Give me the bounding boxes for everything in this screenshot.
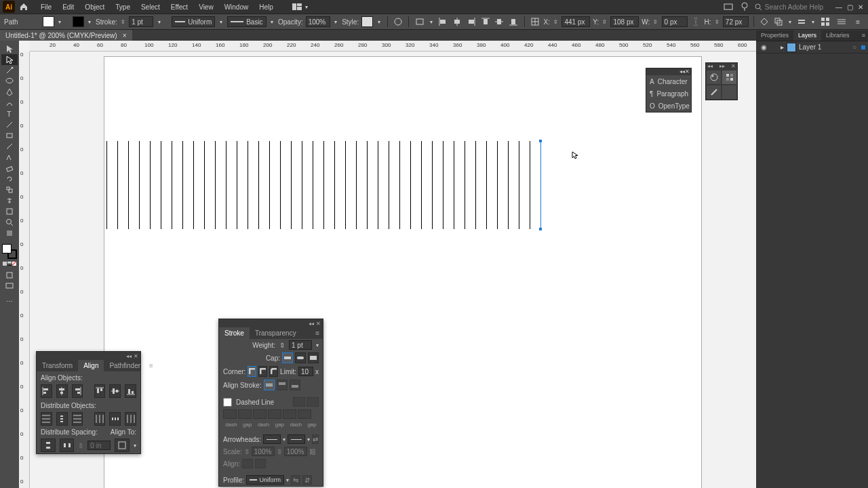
dashed-line-checkbox[interactable]: [223, 398, 232, 407]
tab-properties[interactable]: Properties: [756, 30, 793, 41]
align-menu-chevron[interactable]: ▾: [428, 17, 434, 26]
align-top-icon[interactable]: [479, 16, 491, 28]
tab-transform[interactable]: Transform: [37, 360, 78, 371]
bulb-icon[interactable]: [738, 1, 751, 13]
opacity-chevron[interactable]: ▾: [333, 17, 339, 26]
align-vcenter-icon[interactable]: [494, 16, 505, 28]
align-close-icon[interactable]: ✕: [134, 353, 138, 359]
right-panel-menu-icon[interactable]: ≡: [859, 30, 868, 41]
window-minimize[interactable]: —: [834, 2, 844, 12]
stroke-collapse-icon[interactable]: ◂◂: [309, 321, 314, 327]
dist-vcenter-btn[interactable]: [56, 412, 68, 426]
layer-visibility-icon[interactable]: ◉: [759, 43, 768, 51]
profile-dropdown[interactable]: Uniform: [246, 475, 284, 485]
layer-name[interactable]: Layer 1: [799, 43, 821, 51]
align-stroke-center-btn[interactable]: [264, 380, 275, 390]
color-panel-icon[interactable]: [706, 70, 722, 85]
arrange-chevron[interactable]: ▾: [810, 17, 816, 26]
dist-hcenter-btn[interactable]: [109, 412, 121, 426]
menu-select[interactable]: Select: [136, 3, 165, 11]
stroke-swatch[interactable]: [73, 16, 84, 27]
stroke-close-icon[interactable]: ✕: [316, 321, 321, 327]
selection-tool[interactable]: [1, 43, 18, 54]
dist-bottom-btn[interactable]: [72, 412, 83, 426]
align-left-btn[interactable]: [41, 384, 52, 398]
menu-effect[interactable]: Effect: [165, 3, 193, 11]
rotate-tool[interactable]: [1, 174, 18, 184]
x-field[interactable]: 441 px: [561, 16, 590, 27]
menu-type[interactable]: Type: [110, 3, 136, 11]
type-panel-collapse-icon[interactable]: ◂◂: [679, 68, 685, 75]
magic-wand-tool[interactable]: [1, 65, 18, 76]
strip-dock-icon[interactable]: ▸▸: [719, 63, 725, 70]
cap-round-btn[interactable]: [295, 352, 306, 363]
stroke-weight-chevron[interactable]: ▾: [156, 17, 162, 26]
spacing-stepper[interactable]: ⇳: [78, 442, 83, 449]
direct-selection-tool[interactable]: [1, 54, 18, 65]
brush-chevron[interactable]: ▾: [269, 17, 275, 26]
stroke-panel-menu-icon[interactable]: ≡: [312, 327, 323, 339]
corner-round-btn[interactable]: [258, 366, 267, 377]
layout-switcher-icon[interactable]: [291, 1, 303, 13]
line-tool[interactable]: [1, 119, 18, 130]
arrange-icon[interactable]: [796, 16, 808, 28]
tab-layers[interactable]: Layers: [793, 30, 821, 41]
type-panel-close-icon[interactable]: ✕: [685, 68, 690, 75]
ctrlbar-pref1-icon[interactable]: [819, 16, 831, 28]
limit-field[interactable]: [298, 367, 313, 376]
align-top-btn[interactable]: [94, 384, 106, 398]
stroke-weight-stepper[interactable]: ⇳: [120, 17, 126, 26]
layer-target-icon[interactable]: ○: [852, 43, 856, 51]
align-vcenter-btn[interactable]: [109, 384, 121, 398]
shaper-tool[interactable]: [1, 152, 18, 163]
zoom-tool[interactable]: [1, 217, 18, 228]
dist-left-btn[interactable]: [94, 412, 106, 426]
paragraph-panel-item[interactable]: ¶Paragraph: [646, 87, 691, 100]
link-wh-icon[interactable]: [690, 16, 702, 28]
gradient-tool[interactable]: [1, 228, 18, 239]
align-hcenter-icon[interactable]: [451, 16, 462, 28]
y-field[interactable]: 108 px: [610, 16, 639, 27]
layer-expand-icon[interactable]: ▸: [781, 43, 784, 51]
w-stepper[interactable]: ⇳: [652, 17, 658, 26]
style-chevron[interactable]: ▾: [376, 17, 382, 26]
menu-window[interactable]: Window: [219, 3, 254, 11]
cap-butt-btn[interactable]: [282, 352, 293, 363]
ctrlbar-menu-icon[interactable]: ≡: [852, 16, 864, 28]
align-left-icon[interactable]: [437, 16, 449, 28]
menu-edit[interactable]: Edit: [57, 3, 79, 11]
document-tab[interactable]: Untitled-1* @ 200% (CMYK/Preview) ×: [0, 30, 132, 41]
opacity-field[interactable]: 100%: [306, 16, 330, 27]
corner-miter-btn[interactable]: [248, 366, 256, 377]
arrow-end-chevron[interactable]: ▾: [307, 436, 310, 443]
swatches-panel-icon[interactable]: [722, 70, 737, 85]
curvature-tool[interactable]: [1, 98, 18, 108]
brush-tool[interactable]: [1, 141, 18, 152]
y-stepper[interactable]: ⇳: [601, 17, 608, 26]
draw-mode-icon[interactable]: [1, 270, 18, 281]
align-bottom-btn[interactable]: [125, 384, 136, 398]
fill-stroke-indicator[interactable]: [2, 244, 17, 259]
rectangle-tool[interactable]: [1, 130, 18, 141]
fill-chevron[interactable]: ▾: [57, 17, 63, 26]
align-collapse-icon[interactable]: ◂◂: [126, 353, 132, 359]
fill-swatch[interactable]: [43, 16, 54, 27]
tab-transparency[interactable]: Transparency: [250, 327, 302, 339]
dist-space-v-btn[interactable]: [41, 439, 56, 452]
align-right-btn[interactable]: [72, 384, 83, 398]
scale-tool[interactable]: [1, 184, 18, 195]
align-hcenter-btn[interactable]: [56, 384, 68, 398]
stroke-weight-field[interactable]: 1 pt: [129, 16, 153, 27]
x-stepper[interactable]: ⇳: [553, 17, 559, 26]
profile-chevron[interactable]: ▾: [218, 17, 224, 26]
dist-right-btn[interactable]: [125, 412, 136, 426]
h-stepper[interactable]: ⇳: [713, 17, 719, 26]
tab-stroke[interactable]: Stroke: [219, 327, 250, 339]
align-bottom-icon[interactable]: [508, 16, 519, 28]
window-close[interactable]: ✕: [856, 2, 865, 12]
cloud-icon[interactable]: [722, 1, 734, 13]
brushes-panel-icon[interactable]: [706, 85, 722, 100]
align-right-icon[interactable]: [465, 16, 477, 28]
strip-collapse-icon[interactable]: ◂◂: [707, 63, 713, 70]
weight-field[interactable]: [289, 340, 312, 350]
